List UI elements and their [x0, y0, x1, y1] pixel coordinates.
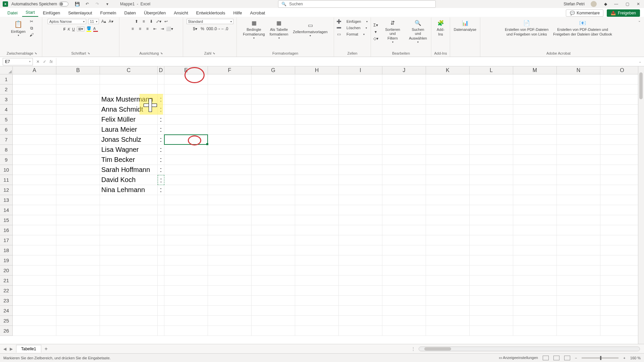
sheet-nav-prev-icon[interactable]: ◀	[3, 347, 6, 351]
row-header[interactable]: 2	[0, 84, 13, 95]
cell[interactable]	[13, 105, 56, 115]
cell[interactable]	[13, 286, 56, 296]
expand-formula-icon[interactable]: ⌄	[636, 60, 644, 63]
cell[interactable]	[208, 265, 252, 276]
cell[interactable]	[208, 125, 252, 135]
cell[interactable]	[295, 115, 339, 125]
cell[interactable]	[600, 155, 644, 165]
cell[interactable]	[295, 245, 339, 255]
cell[interactable]	[382, 105, 426, 115]
cell[interactable]	[164, 84, 208, 95]
cell[interactable]	[382, 95, 426, 105]
cell[interactable]	[158, 306, 164, 316]
cell[interactable]	[339, 135, 382, 145]
conditional-formatting-button[interactable]: ▦ BedingteFormatierung▾	[241, 19, 266, 41]
cell[interactable]	[164, 235, 208, 245]
cell[interactable]	[426, 185, 470, 195]
cell[interactable]: Jonas Schulz	[100, 135, 158, 145]
cell[interactable]	[295, 265, 339, 276]
cell[interactable]	[158, 286, 164, 296]
cell[interactable]	[470, 205, 513, 215]
column-header[interactable]: K	[426, 66, 470, 74]
cell[interactable]	[252, 135, 295, 145]
cell[interactable]	[13, 145, 56, 155]
cell[interactable]	[56, 195, 100, 205]
cell[interactable]	[295, 235, 339, 245]
cell[interactable]	[164, 185, 208, 195]
cell[interactable]	[100, 276, 158, 286]
cell[interactable]: :	[158, 125, 164, 135]
cell[interactable]: :	[158, 155, 164, 165]
cell[interactable]	[56, 245, 100, 255]
cell[interactable]	[100, 225, 158, 235]
cell[interactable]	[382, 326, 426, 336]
cell[interactable]	[600, 326, 644, 336]
cell[interactable]	[208, 135, 252, 145]
cell[interactable]: :	[158, 145, 164, 155]
cell[interactable]	[513, 225, 557, 235]
cell[interactable]	[208, 175, 252, 185]
cell[interactable]	[13, 175, 56, 185]
cell[interactable]	[164, 115, 208, 125]
cell[interactable]	[426, 135, 470, 145]
row-header[interactable]: 15	[0, 215, 13, 225]
cell[interactable]	[164, 155, 208, 165]
cell[interactable]	[295, 316, 339, 326]
page-break-view-button[interactable]	[564, 356, 570, 360]
cell[interactable]	[470, 286, 513, 296]
sheet-nav-next-icon[interactable]: ▶	[10, 347, 13, 351]
save-icon[interactable]: 💾	[74, 1, 80, 7]
cell[interactable]	[158, 215, 164, 225]
cell[interactable]	[13, 235, 56, 245]
cell[interactable]	[600, 165, 644, 175]
cell[interactable]	[13, 125, 56, 135]
cell[interactable]	[56, 286, 100, 296]
cell[interactable]	[426, 105, 470, 115]
row-header[interactable]: 9	[0, 155, 13, 165]
cell[interactable]	[339, 155, 382, 165]
cell[interactable]	[426, 306, 470, 316]
cell[interactable]	[382, 175, 426, 185]
tab-datei[interactable]: Datei	[4, 9, 21, 17]
name-box[interactable]: E7▾	[3, 58, 33, 65]
cell[interactable]	[513, 145, 557, 155]
cell[interactable]	[426, 245, 470, 255]
cell[interactable]	[426, 125, 470, 135]
format-painter-icon[interactable]: 🖌	[29, 32, 34, 38]
cell[interactable]	[339, 265, 382, 276]
cell[interactable]	[252, 125, 295, 135]
cell[interactable]	[339, 286, 382, 296]
cell[interactable]	[470, 135, 513, 145]
row-header[interactable]: 14	[0, 205, 13, 215]
align-center-icon[interactable]: ≡	[138, 26, 143, 32]
cell[interactable]	[557, 326, 600, 336]
cell[interactable]	[426, 95, 470, 105]
cell[interactable]	[600, 95, 644, 105]
dialog-launcher-icon[interactable]: ⬊	[88, 52, 90, 55]
cell[interactable]	[295, 185, 339, 195]
cell[interactable]	[158, 235, 164, 245]
row-header[interactable]: 10	[0, 165, 13, 175]
cell[interactable]	[208, 95, 252, 105]
cell[interactable]	[339, 105, 382, 115]
cell[interactable]	[382, 286, 426, 296]
cell[interactable]	[252, 84, 295, 95]
row-header[interactable]: 3	[0, 95, 13, 105]
column-header[interactable]: L	[470, 66, 513, 74]
cell[interactable]	[208, 306, 252, 316]
cell[interactable]	[557, 306, 600, 316]
cell[interactable]	[557, 175, 600, 185]
cell[interactable]	[339, 225, 382, 235]
cell[interactable]	[470, 326, 513, 336]
cell[interactable]	[295, 195, 339, 205]
row-header[interactable]: 8	[0, 145, 13, 155]
format-as-table-button[interactable]: ▦ Als Tabelleformatieren▾	[268, 19, 290, 41]
cell[interactable]	[295, 125, 339, 135]
cell[interactable]	[557, 125, 600, 135]
cell[interactable]	[208, 145, 252, 155]
column-header[interactable]: C	[100, 66, 158, 74]
cell[interactable]	[600, 245, 644, 255]
maximize-button[interactable]: ▢	[626, 2, 629, 6]
tab-hilfe[interactable]: Hilfe	[230, 9, 246, 17]
cell[interactable]	[339, 125, 382, 135]
